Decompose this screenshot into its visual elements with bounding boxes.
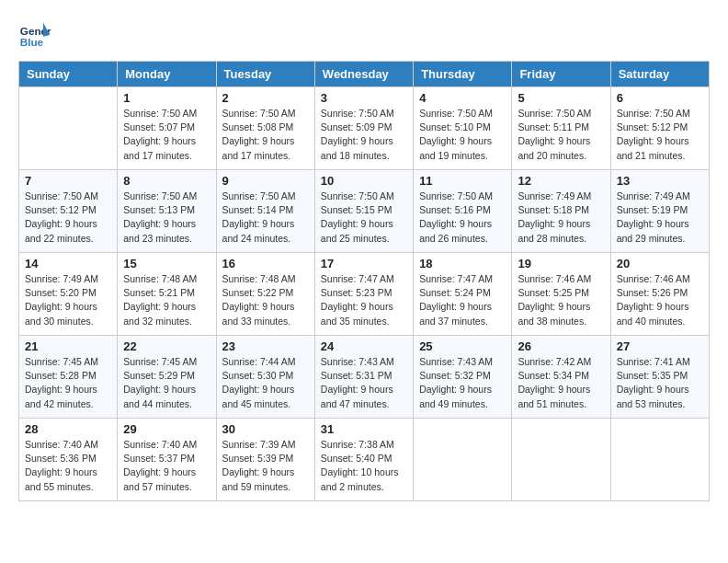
- calendar-week-3: 14Sunrise: 7:49 AM Sunset: 5:20 PM Dayli…: [19, 253, 710, 336]
- day-number: 23: [222, 339, 309, 353]
- day-number: 30: [222, 422, 309, 436]
- day-number: 4: [419, 91, 506, 105]
- day-number: 5: [518, 91, 604, 105]
- calendar-cell: 3Sunrise: 7:50 AM Sunset: 5:09 PM Daylig…: [314, 87, 413, 170]
- day-info: Sunrise: 7:50 AM Sunset: 5:14 PM Dayligh…: [222, 190, 309, 246]
- day-info: Sunrise: 7:40 AM Sunset: 5:36 PM Dayligh…: [25, 438, 111, 494]
- day-info: Sunrise: 7:43 AM Sunset: 5:32 PM Dayligh…: [419, 355, 506, 411]
- day-number: 13: [617, 174, 703, 188]
- day-info: Sunrise: 7:47 AM Sunset: 5:23 PM Dayligh…: [321, 272, 407, 328]
- day-number: 20: [617, 257, 703, 270]
- day-info: Sunrise: 7:46 AM Sunset: 5:25 PM Dayligh…: [518, 272, 604, 328]
- calendar-week-2: 7Sunrise: 7:50 AM Sunset: 5:12 PM Daylig…: [19, 170, 710, 253]
- calendar-cell: 9Sunrise: 7:50 AM Sunset: 5:14 PM Daylig…: [216, 170, 314, 253]
- calendar-body: 1Sunrise: 7:50 AM Sunset: 5:07 PM Daylig…: [19, 87, 710, 501]
- day-number: 15: [123, 257, 210, 270]
- day-number: 14: [25, 257, 111, 270]
- day-header-sunday: Sunday: [19, 62, 118, 87]
- day-info: Sunrise: 7:39 AM Sunset: 5:39 PM Dayligh…: [222, 438, 309, 494]
- day-info: Sunrise: 7:45 AM Sunset: 5:29 PM Dayligh…: [123, 355, 210, 411]
- day-info: Sunrise: 7:50 AM Sunset: 5:16 PM Dayligh…: [419, 190, 506, 246]
- day-number: 7: [25, 174, 111, 188]
- day-number: 18: [419, 257, 506, 270]
- day-header-thursday: Thursday: [414, 62, 512, 87]
- day-info: Sunrise: 7:49 AM Sunset: 5:18 PM Dayligh…: [518, 190, 604, 246]
- calendar-cell: 4Sunrise: 7:50 AM Sunset: 5:10 PM Daylig…: [414, 87, 512, 170]
- calendar-cell: 11Sunrise: 7:50 AM Sunset: 5:16 PM Dayli…: [414, 170, 512, 253]
- day-info: Sunrise: 7:50 AM Sunset: 5:12 PM Dayligh…: [25, 190, 111, 246]
- calendar-cell: 12Sunrise: 7:49 AM Sunset: 5:18 PM Dayli…: [512, 170, 610, 253]
- day-number: 3: [321, 91, 407, 105]
- day-info: Sunrise: 7:44 AM Sunset: 5:30 PM Dayligh…: [222, 355, 309, 411]
- day-number: 28: [25, 422, 111, 436]
- day-info: Sunrise: 7:40 AM Sunset: 5:37 PM Dayligh…: [123, 438, 210, 494]
- calendar-cell: 26Sunrise: 7:42 AM Sunset: 5:34 PM Dayli…: [512, 336, 610, 419]
- calendar-cell: 16Sunrise: 7:48 AM Sunset: 5:22 PM Dayli…: [216, 253, 314, 336]
- day-number: 29: [123, 422, 210, 436]
- calendar-cell: 17Sunrise: 7:47 AM Sunset: 5:23 PM Dayli…: [314, 253, 413, 336]
- day-info: Sunrise: 7:50 AM Sunset: 5:11 PM Dayligh…: [518, 107, 604, 163]
- day-info: Sunrise: 7:41 AM Sunset: 5:35 PM Dayligh…: [617, 355, 703, 411]
- page-header: General Blue: [18, 18, 710, 52]
- day-number: 6: [617, 91, 703, 105]
- day-number: 26: [518, 339, 604, 353]
- day-info: Sunrise: 7:50 AM Sunset: 5:12 PM Dayligh…: [617, 107, 703, 163]
- calendar-cell: 15Sunrise: 7:48 AM Sunset: 5:21 PM Dayli…: [118, 253, 216, 336]
- calendar-cell: 23Sunrise: 7:44 AM Sunset: 5:30 PM Dayli…: [216, 336, 314, 419]
- day-number: 2: [222, 91, 309, 105]
- day-info: Sunrise: 7:49 AM Sunset: 5:20 PM Dayligh…: [25, 272, 111, 328]
- day-info: Sunrise: 7:50 AM Sunset: 5:09 PM Dayligh…: [321, 107, 407, 163]
- day-number: 31: [321, 422, 407, 436]
- day-info: Sunrise: 7:43 AM Sunset: 5:31 PM Dayligh…: [321, 355, 407, 411]
- day-number: 12: [518, 174, 604, 188]
- calendar-cell: 24Sunrise: 7:43 AM Sunset: 5:31 PM Dayli…: [314, 336, 413, 419]
- svg-text:Blue: Blue: [20, 36, 44, 48]
- day-info: Sunrise: 7:50 AM Sunset: 5:10 PM Dayligh…: [419, 107, 506, 163]
- calendar-cell: 10Sunrise: 7:50 AM Sunset: 5:15 PM Dayli…: [314, 170, 413, 253]
- calendar-cell: [19, 87, 118, 170]
- calendar-cell: [512, 419, 610, 501]
- calendar-week-1: 1Sunrise: 7:50 AM Sunset: 5:07 PM Daylig…: [19, 87, 710, 170]
- calendar-cell: 29Sunrise: 7:40 AM Sunset: 5:37 PM Dayli…: [118, 419, 216, 501]
- day-number: 1: [123, 91, 210, 105]
- calendar-week-5: 28Sunrise: 7:40 AM Sunset: 5:36 PM Dayli…: [19, 419, 710, 501]
- day-info: Sunrise: 7:47 AM Sunset: 5:24 PM Dayligh…: [419, 272, 506, 328]
- calendar-cell: 8Sunrise: 7:50 AM Sunset: 5:13 PM Daylig…: [118, 170, 216, 253]
- day-header-monday: Monday: [118, 62, 216, 87]
- calendar-cell: 28Sunrise: 7:40 AM Sunset: 5:36 PM Dayli…: [19, 419, 118, 501]
- logo: General Blue: [18, 18, 53, 52]
- day-number: 16: [222, 257, 309, 270]
- day-info: Sunrise: 7:50 AM Sunset: 5:13 PM Dayligh…: [123, 190, 210, 246]
- calendar-cell: 31Sunrise: 7:38 AM Sunset: 5:40 PM Dayli…: [314, 419, 413, 501]
- day-number: 19: [518, 257, 604, 270]
- day-number: 9: [222, 174, 309, 188]
- day-info: Sunrise: 7:38 AM Sunset: 5:40 PM Dayligh…: [321, 438, 407, 494]
- calendar-cell: 27Sunrise: 7:41 AM Sunset: 5:35 PM Dayli…: [610, 336, 709, 419]
- calendar-cell: 14Sunrise: 7:49 AM Sunset: 5:20 PM Dayli…: [19, 253, 118, 336]
- calendar-cell: 2Sunrise: 7:50 AM Sunset: 5:08 PM Daylig…: [216, 87, 314, 170]
- calendar-table: SundayMondayTuesdayWednesdayThursdayFrid…: [18, 61, 710, 501]
- calendar-week-4: 21Sunrise: 7:45 AM Sunset: 5:28 PM Dayli…: [19, 336, 710, 419]
- calendar-cell: 1Sunrise: 7:50 AM Sunset: 5:07 PM Daylig…: [118, 87, 216, 170]
- day-info: Sunrise: 7:50 AM Sunset: 5:15 PM Dayligh…: [321, 190, 407, 246]
- day-number: 21: [25, 339, 111, 353]
- calendar-header: SundayMondayTuesdayWednesdayThursdayFrid…: [19, 62, 710, 87]
- day-number: 25: [419, 339, 506, 353]
- day-info: Sunrise: 7:49 AM Sunset: 5:19 PM Dayligh…: [617, 190, 703, 246]
- day-info: Sunrise: 7:50 AM Sunset: 5:08 PM Dayligh…: [222, 107, 309, 163]
- calendar-cell: 13Sunrise: 7:49 AM Sunset: 5:19 PM Dayli…: [610, 170, 709, 253]
- day-info: Sunrise: 7:48 AM Sunset: 5:21 PM Dayligh…: [123, 272, 210, 328]
- day-number: 22: [123, 339, 210, 353]
- day-info: Sunrise: 7:46 AM Sunset: 5:26 PM Dayligh…: [617, 272, 703, 328]
- day-header-tuesday: Tuesday: [216, 62, 314, 87]
- calendar-cell: 18Sunrise: 7:47 AM Sunset: 5:24 PM Dayli…: [414, 253, 512, 336]
- calendar-cell: 5Sunrise: 7:50 AM Sunset: 5:11 PM Daylig…: [512, 87, 610, 170]
- day-number: 10: [321, 174, 407, 188]
- day-header-friday: Friday: [512, 62, 610, 87]
- calendar-cell: 21Sunrise: 7:45 AM Sunset: 5:28 PM Dayli…: [19, 336, 118, 419]
- day-info: Sunrise: 7:42 AM Sunset: 5:34 PM Dayligh…: [518, 355, 604, 411]
- day-header-wednesday: Wednesday: [314, 62, 413, 87]
- calendar-cell: 6Sunrise: 7:50 AM Sunset: 5:12 PM Daylig…: [610, 87, 709, 170]
- calendar-cell: 25Sunrise: 7:43 AM Sunset: 5:32 PM Dayli…: [414, 336, 512, 419]
- calendar-cell: 22Sunrise: 7:45 AM Sunset: 5:29 PM Dayli…: [118, 336, 216, 419]
